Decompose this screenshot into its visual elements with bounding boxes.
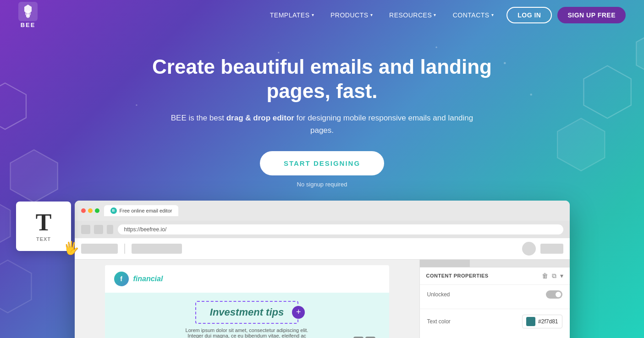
text-color-box[interactable]: #2f7d81	[522, 315, 562, 328]
email-logo-icon: f	[114, 272, 129, 286]
dot-green	[95, 208, 99, 213]
nav-forward-btn[interactable]	[94, 225, 103, 234]
nav-item-contacts[interactable]: CONTACTS ▾	[453, 11, 494, 19]
browser-tab-label: Free online email editor	[120, 208, 172, 213]
email-preview: f financial Investment tips + Lorem ipsu…	[105, 265, 389, 338]
svg-marker-4	[0, 260, 31, 313]
panel-tab-3[interactable]	[520, 260, 570, 267]
chevron-down-icon: ▾	[491, 12, 494, 17]
nav-links: TEMPLATES ▾ PRODUCTS ▾ RESOURCES ▾ CONTA…	[270, 11, 494, 19]
drag-card-label: TEXT	[23, 236, 64, 242]
nav-link-products[interactable]: PRODUCTS ▾	[330, 11, 373, 19]
toolbar-placeholder-1	[81, 244, 118, 254]
no-signup-text: No signup required	[0, 181, 644, 188]
email-brand: financial	[133, 275, 163, 283]
chevron-down-icon: ▾	[434, 12, 436, 17]
email-heading-text: Investment tips	[210, 306, 284, 318]
panel-copy-icon[interactable]: ⧉	[552, 272, 556, 280]
panel-chevron-icon[interactable]: ▾	[560, 272, 563, 279]
editor-area: f financial Investment tips + Lorem ipsu…	[75, 260, 570, 338]
chevron-down-icon: ▾	[370, 12, 373, 17]
nav-back-btn[interactable]	[81, 225, 90, 234]
text-color-value: #2f7d81	[538, 318, 558, 325]
text-color-section: Text color #2f7d81	[420, 309, 570, 338]
toolbar-circle	[522, 242, 536, 256]
drag-card[interactable]: T TEXT 🖐	[16, 202, 71, 251]
unlocked-row: Unlocked	[427, 290, 562, 299]
text-color-label: Text color	[427, 318, 451, 325]
signup-button[interactable]: SIGN UP FREE	[557, 7, 626, 23]
browser-url-bar: https://beefree.io/	[75, 221, 570, 238]
toolbar-divider	[124, 244, 125, 254]
hero-title: Create beautiful emails and landing page…	[148, 55, 496, 104]
hero-subtitle-end: for designing mobile responsive emails a…	[294, 114, 473, 135]
browser-toolbar	[75, 238, 570, 260]
nav-refresh-btn[interactable]	[107, 225, 113, 234]
email-heading-box: Investment tips +	[195, 301, 298, 324]
text-color-row: Text color #2f7d81	[427, 315, 562, 328]
nav-link-templates[interactable]: TEMPLATES ▾	[270, 11, 314, 19]
navbar: BEE TEMPLATES ▾ PRODUCTS ▾ RESOURCES ▾	[0, 0, 644, 30]
login-button[interactable]: LOG IN	[506, 7, 552, 23]
hero-section: BEE TEMPLATES ▾ PRODUCTS ▾ RESOURCES ▾	[0, 0, 644, 338]
panel-header: CONTENT PROPERTIES 🗑 ⧉ ▾	[420, 267, 570, 285]
logo[interactable]: BEE	[18, 2, 38, 28]
nav-item-templates[interactable]: TEMPLATES ▾	[270, 11, 314, 19]
unlocked-toggle[interactable]	[546, 290, 562, 299]
hero-subtitle-bold: drag & drop editor	[226, 114, 294, 122]
chevron-down-icon: ▾	[312, 12, 314, 17]
browser-url-input: https://beefree.io/	[118, 224, 563, 234]
svg-marker-3	[0, 197, 11, 250]
panel-delete-icon[interactable]: 🗑	[542, 272, 548, 279]
browser-dots	[81, 208, 99, 213]
panel-title: CONTENT PROPERTIES	[426, 273, 538, 278]
bee-tab-icon: B	[110, 207, 117, 214]
browser-tab: B Free online email editor	[104, 205, 179, 216]
toolbar-placeholder-2	[132, 244, 182, 254]
email-header: f financial	[105, 265, 389, 293]
unlocked-label: Unlocked	[427, 291, 450, 298]
email-add-icon[interactable]: +	[292, 306, 305, 319]
nav-link-contacts[interactable]: CONTACTS ▾	[453, 11, 494, 19]
nav-item-resources[interactable]: RESOURCES ▾	[389, 11, 436, 19]
hero-subtitle-plain: BEE is the best	[171, 114, 226, 122]
panel-tab-1[interactable]	[420, 260, 470, 267]
hero-subtitle: BEE is the best drag & drop editor for d…	[166, 112, 478, 136]
browser-url-text: https://beefree.io/	[124, 226, 167, 233]
cta-button[interactable]: START DESIGNING	[260, 151, 384, 175]
bee-logo-icon	[18, 2, 38, 21]
dot-yellow	[88, 208, 93, 213]
browser-nav-icons	[81, 225, 113, 234]
editor-canvas: f financial Investment tips + Lorem ipsu…	[75, 260, 419, 338]
email-body: Investment tips + Lorem ipsum dolor sit …	[105, 293, 389, 338]
nav-link-resources[interactable]: RESOURCES ▾	[389, 11, 436, 19]
toolbar-rect	[540, 244, 563, 254]
email-body-text: Lorem ipsum dolor sit amet, consectetur …	[178, 327, 316, 338]
panel-tab-2[interactable]	[470, 260, 520, 267]
text-color-swatch	[526, 317, 535, 326]
dot-red	[81, 208, 86, 213]
drag-card-letter: T	[23, 211, 64, 234]
editor-panel: CONTENT PROPERTIES 🗑 ⧉ ▾ Unlocked Text c…	[419, 260, 570, 338]
browser-mockup: B Free online email editor https://beefr…	[75, 201, 570, 338]
nav-item-products[interactable]: PRODUCTS ▾	[330, 11, 373, 19]
panel-unlocked-section: Unlocked	[420, 285, 570, 309]
logo-text: BEE	[21, 22, 36, 28]
browser-bar: B Free online email editor	[75, 201, 570, 221]
drag-cursor-icon: 🖐	[63, 240, 79, 256]
panel-tabs	[420, 260, 570, 267]
